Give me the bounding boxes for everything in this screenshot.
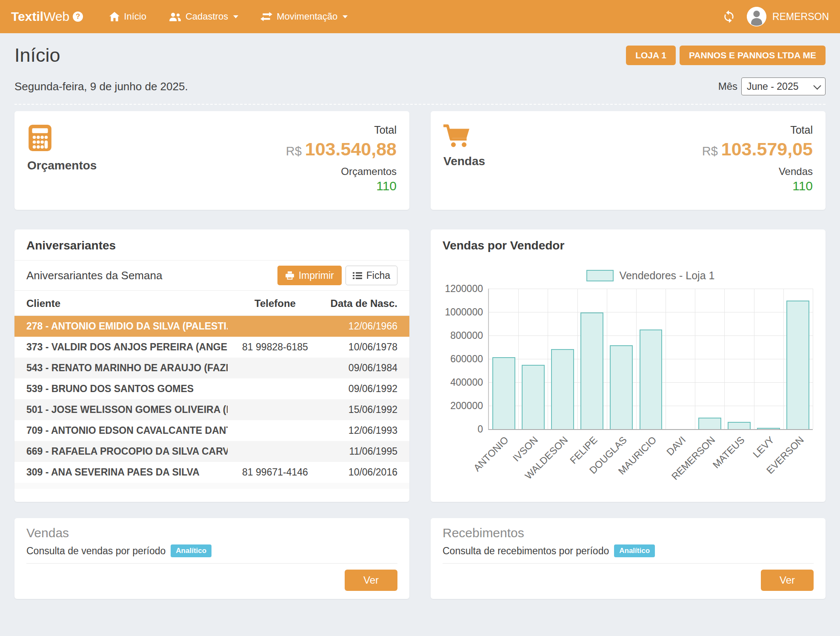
chevron-down-icon (343, 15, 348, 18)
nav-item-label: Movimentação (277, 11, 337, 22)
chart-plot (488, 289, 813, 430)
stat-title: Orçamentos (27, 159, 97, 172)
print-button[interactable]: Imprimir (277, 266, 342, 285)
receipts-report-panel: Recebimentos Consulta de recebimentos po… (431, 518, 826, 599)
gridline (783, 289, 784, 429)
sales-report-description: Consulta de vendas por período (26, 545, 166, 557)
table-row[interactable]: 709 - ANTONIO EDSON CAVALCANTE DANTAS12/… (14, 420, 409, 441)
stat-card-vendas: Vendas Total R$103.579,05 Vendas 110 (431, 111, 826, 210)
cart-icon (443, 124, 485, 148)
month-select[interactable]: June - 2025 (741, 77, 826, 95)
store-buttons: LOJA 1 PANNOS E PANNOS LTDA ME (626, 46, 826, 65)
gridline (813, 289, 813, 429)
nav-item-label: Cadastros (186, 11, 228, 22)
page-title: Início (14, 44, 60, 66)
analitico-badge: Analítico (171, 544, 211, 557)
legend-label: Vendedores - Loja 1 (620, 269, 715, 282)
birthdays-subtitle: Aniversariantes da Semana (26, 269, 162, 282)
x-tick-label: DAVI (664, 434, 688, 458)
store-button[interactable]: LOJA 1 (626, 46, 676, 65)
chart-legend: Vendedores - Loja 1 (488, 269, 813, 282)
cell-cliente: 709 - ANTONIO EDSON CAVALCANTE DANTAS (14, 425, 228, 436)
navbar: TextilWeb ? Início Cadastros Movimentaçã… (0, 0, 840, 33)
avatar (747, 7, 766, 26)
cell-cliente: 278 - ANTONIO EMIDIO DA SILVA (PALESTI..… (14, 321, 228, 332)
company-button[interactable]: PANNOS E PANNOS LTDA ME (680, 46, 826, 65)
chart-y-labels: 120000010000008000006000004000002000000 (443, 289, 488, 429)
chart-bar-mauricio (640, 329, 663, 429)
receipts-ver-button[interactable]: Ver (761, 570, 814, 591)
stat-value: 103.579,05 (721, 139, 813, 159)
cell-data-nasc: 11/06/1995 (323, 446, 409, 457)
chart-bar-remerson (698, 418, 721, 430)
cell-data-nasc: 10/06/1978 (323, 341, 409, 353)
cell-cliente: 539 - BRUNO DOS SANTOS GOMES (14, 383, 228, 395)
users-icon (169, 12, 181, 21)
cell-cliente: 669 - RAFAELA PROCOPIO DA SILVA CARVA... (14, 446, 228, 457)
month-label: Mês (718, 80, 737, 92)
stat-value: 103.540,88 (305, 139, 397, 159)
divider (443, 563, 814, 564)
table-row[interactable]: 373 - VALDIR DOS ANJOS PEREIRA (ANGELA)8… (14, 337, 409, 358)
stat-title: Vendas (443, 155, 485, 168)
cell-cliente: 309 - ANA SEVERINA PAES DA SILVA (14, 467, 228, 478)
calculator-icon (27, 124, 97, 152)
cell-cliente: 501 - JOSE WELISSON GOMES OLIVEIRA (E... (14, 404, 228, 415)
stat-card-orcamentos: Orçamentos Total R$103.540,88 Orçamentos… (14, 111, 409, 210)
home-icon (109, 12, 120, 21)
currency-symbol: R$ (286, 144, 302, 158)
table-scroll-area[interactable] (14, 483, 409, 489)
divider (26, 563, 397, 564)
chart-bar-ivson (522, 365, 545, 429)
nav-item-cadastros[interactable]: Cadastros (169, 11, 238, 22)
chart-bar-mateus (728, 422, 751, 429)
sales-ver-button[interactable]: Ver (345, 570, 397, 591)
cell-data-nasc: 09/06/1992 (323, 383, 409, 395)
stat-count-label: Vendas (702, 166, 813, 178)
column-data-nasc: Data de Nasc. (323, 298, 409, 309)
table-row[interactable]: 501 - JOSE WELISSON GOMES OLIVEIRA (E...… (14, 399, 409, 420)
brand-logo[interactable]: TextilWeb ? (11, 9, 83, 24)
nav-item-inicio[interactable]: Início (109, 11, 146, 22)
chart-bar-antonio (492, 357, 515, 429)
list-icon (353, 272, 362, 280)
table-row[interactable]: 309 - ANA SEVERINA PAES DA SILVA81 99671… (14, 462, 409, 483)
current-date: Segunda-feira, 9 de junho de 2025. (14, 80, 188, 93)
help-icon[interactable]: ? (73, 11, 83, 22)
table-row[interactable]: 278 - ANTONIO EMIDIO DA SILVA (PALESTI..… (14, 316, 409, 337)
gridline (636, 289, 637, 429)
gridline (548, 289, 548, 429)
sales-by-seller-panel: Vendas por Vendedor Vendedores - Loja 1 … (431, 229, 826, 502)
printer-icon (285, 271, 294, 280)
legend-swatch (586, 270, 614, 281)
table-row[interactable]: 669 - RAFAELA PROCOPIO DA SILVA CARVA...… (14, 441, 409, 462)
cell-data-nasc: 15/06/1992 (323, 404, 409, 415)
gridline (489, 312, 813, 312)
receipts-report-title: Recebimentos (443, 526, 814, 540)
gridline (489, 289, 813, 289)
table-row[interactable]: 543 - RENATO MARINHO DE ARAUJO (FAZE...0… (14, 358, 409, 378)
cell-cliente: 543 - RENATO MARINHO DE ARAUJO (FAZE... (14, 362, 228, 374)
sales-report-title: Vendas (26, 526, 397, 540)
refresh-icon[interactable] (722, 10, 736, 23)
brand-bold: Textil (11, 9, 43, 24)
gridline (666, 289, 666, 429)
gridline (724, 289, 725, 429)
stat-count-label: Orçamentos (286, 166, 397, 178)
table-header: Cliente Telefone Data de Nasc. (14, 291, 409, 316)
nav-item-movimentacao[interactable]: Movimentação (260, 11, 348, 22)
month-filter: Mês June - 2025 (718, 77, 826, 95)
chart-bar-everson (786, 301, 809, 430)
chevron-down-icon (233, 15, 238, 18)
print-button-label: Imprimir (299, 270, 334, 281)
brand-light: Web (43, 9, 69, 24)
birthdays-panel-title: Aniversariantes (14, 229, 409, 261)
sales-report-panel: Vendas Consulta de vendas por período An… (14, 518, 409, 599)
chart-bar-felipe (580, 312, 603, 429)
chart-bar-waldeson (551, 349, 574, 429)
cell-data-nasc: 10/06/2016 (323, 467, 409, 478)
user-menu[interactable]: REMERSON (747, 7, 829, 26)
ficha-button[interactable]: Ficha (346, 266, 397, 285)
table-row[interactable]: 539 - BRUNO DOS SANTOS GOMES09/06/1992 (14, 378, 409, 399)
analitico-badge: Analítico (614, 544, 655, 557)
